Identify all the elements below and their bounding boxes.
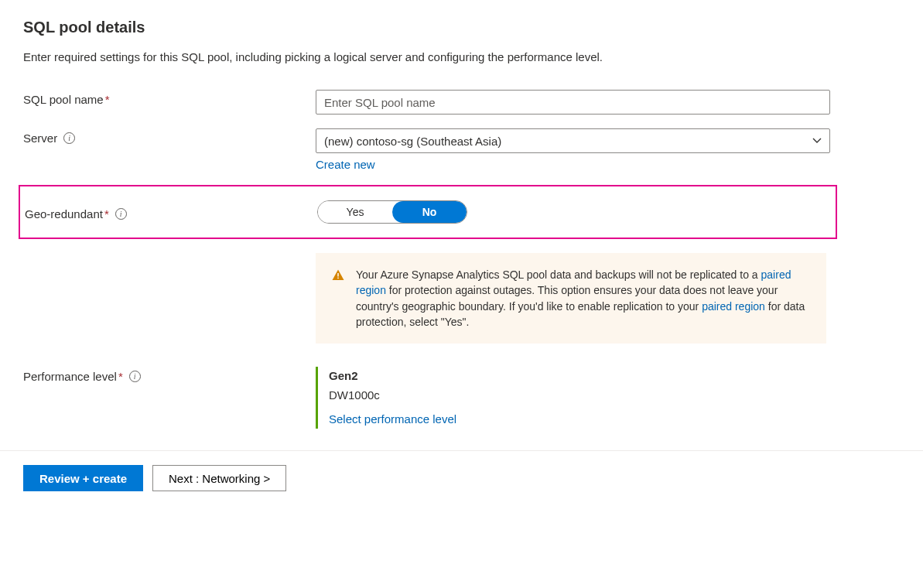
required-asterisk: * [105, 93, 110, 106]
required-asterisk: * [118, 370, 123, 383]
row-performance: Performance level * i Gen2 DW1000c Selec… [23, 367, 900, 429]
geo-redundant-warning: Your Azure Synapse Analytics SQL pool da… [316, 253, 826, 344]
review-create-button[interactable]: Review + create [23, 465, 143, 491]
section-description: Enter required settings for this SQL poo… [23, 50, 900, 63]
section-title: SQL pool details [23, 19, 900, 36]
performance-gen: Gen2 [329, 367, 830, 386]
create-new-server-link[interactable]: Create new [316, 158, 375, 171]
label-server: Server i [23, 128, 316, 145]
footer-buttons: Review + create Next : Networking > [23, 465, 900, 507]
warning-text: Your Azure Synapse Analytics SQL pool da… [356, 267, 811, 330]
select-performance-link[interactable]: Select performance level [329, 410, 456, 429]
info-icon[interactable]: i [63, 132, 75, 144]
label-pool-name: SQL pool name * [23, 90, 316, 106]
svg-rect-1 [337, 278, 339, 279]
next-networking-button[interactable]: Next : Networking > [152, 465, 286, 491]
toggle-yes[interactable]: Yes [318, 201, 392, 223]
label-geo-redundant-text: Geo-redundant [25, 207, 103, 220]
required-asterisk: * [104, 207, 109, 220]
server-select[interactable]: (new) contoso-sg (Southeast Asia) [316, 128, 830, 153]
label-performance: Performance level * i [23, 367, 316, 383]
label-geo-redundant: Geo-redundant * i [25, 204, 317, 220]
footer-divider [0, 450, 923, 451]
svg-rect-0 [337, 273, 339, 277]
info-icon[interactable]: i [129, 371, 141, 382]
geo-redundant-toggle: Yes No [317, 200, 467, 224]
performance-tier: DW1000c [329, 386, 830, 405]
toggle-no[interactable]: No [392, 201, 467, 223]
chevron-down-icon [812, 135, 822, 146]
performance-summary: Gen2 DW1000c Select performance level [316, 367, 830, 429]
alert-text-1: Your Azure Synapse Analytics SQL pool da… [356, 268, 761, 281]
info-icon[interactable]: i [115, 208, 127, 220]
paired-region-link-2[interactable]: paired region [702, 300, 765, 313]
row-pool-name: SQL pool name * [23, 90, 900, 115]
warning-icon [331, 268, 345, 282]
label-server-text: Server [23, 132, 57, 145]
row-geo-redundant-highlight: Geo-redundant * i Yes No [19, 185, 837, 239]
row-server: Server i (new) contoso-sg (Southeast Asi… [23, 128, 900, 171]
pool-name-input[interactable] [316, 90, 830, 115]
label-performance-text: Performance level [23, 370, 117, 383]
server-selected-value: (new) contoso-sg (Southeast Asia) [324, 135, 501, 148]
label-pool-name-text: SQL pool name [23, 93, 104, 106]
